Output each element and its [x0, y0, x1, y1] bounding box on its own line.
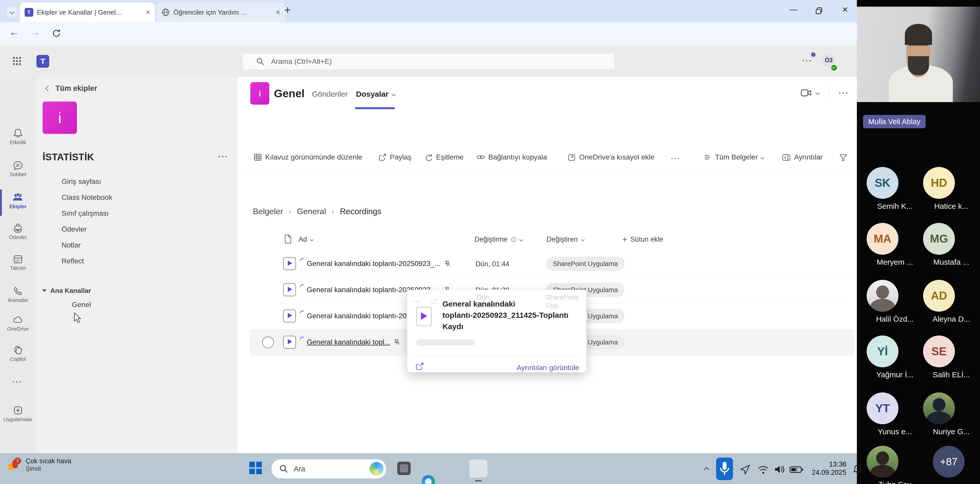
- column-header-modified-by[interactable]: Değiştiren: [547, 236, 584, 244]
- tab-posts[interactable]: Gönderiler: [312, 90, 348, 99]
- list-icon: [703, 153, 712, 162]
- back-to-teams[interactable]: Tüm ekipler: [46, 84, 97, 92]
- start-button[interactable]: [249, 462, 264, 476]
- share-icon: [431, 298, 437, 305]
- rail-item-calls[interactable]: Aramalar: [0, 285, 36, 303]
- modified-by-badge[interactable]: SharePoint Uygulama: [546, 256, 625, 271]
- tray-mic-button[interactable]: [716, 458, 733, 480]
- table-row-content[interactable]: General kanalındaki topl...: [283, 335, 400, 349]
- participant-name: Yunus e...: [867, 427, 923, 436]
- wifi-icon[interactable]: [757, 465, 770, 475]
- rail-item-apps[interactable]: Uygulamalar: [0, 405, 36, 422]
- tab-active[interactable]: T Ekipler ve Kanallar | Genel | Mic ×: [20, 3, 155, 22]
- search-highlight-icon[interactable]: [369, 462, 383, 476]
- participant-tile[interactable]: Halil Özd...: [867, 280, 918, 323]
- tab-search-chevron[interactable]: [6, 6, 18, 18]
- sidebar-item-class-notebook[interactable]: Class Notebook: [62, 193, 112, 202]
- location-icon[interactable]: [740, 464, 751, 475]
- breadcrumb-general[interactable]: General: [297, 207, 326, 216]
- add-column-button[interactable]: +Sütun ekle: [622, 234, 663, 244]
- column-header-modified[interactable]: Değiştirme: [474, 236, 522, 244]
- participant-tile[interactable]: MA Meryem ...: [867, 223, 918, 266]
- sidebar-channel-genel[interactable]: Genel: [72, 301, 91, 309]
- forward-icon[interactable]: →: [30, 27, 40, 38]
- toolbar-onedrive-shortcut[interactable]: OneDrive'a kısayol ekle: [567, 153, 654, 162]
- rail-item-onedrive[interactable]: OneDrive: [0, 314, 36, 332]
- new-tab-button[interactable]: +: [284, 3, 291, 16]
- breadcrumb-recordings[interactable]: Recordings: [340, 207, 381, 216]
- sidebar-item-classwork[interactable]: Sınıf çalışması: [62, 209, 109, 218]
- participant-tile[interactable]: AD Aleyna D...: [923, 280, 974, 323]
- sidebar-item-home[interactable]: Giriş sayfası: [62, 177, 101, 186]
- sidebar-item-grades[interactable]: Notlar: [62, 241, 81, 249]
- table-row[interactable]: General kanalındaki toplantı-20250923_..…: [283, 256, 451, 271]
- rail-item-activity[interactable]: Etkinlik: [0, 128, 36, 145]
- sidebar-item-assignments[interactable]: Ödevler: [62, 225, 87, 233]
- participant-tile[interactable]: SE Salih ELİ...: [923, 336, 974, 379]
- shared-mark-icon: [299, 310, 305, 314]
- hover-card-title: General kanalındaki toplantı-20250923_21…: [442, 298, 576, 332]
- participant-tile[interactable]: Tuba Say: [867, 446, 918, 484]
- browser-tabstrip: T Ekipler ve Kanallar | Genel | Mic × Öğ…: [0, 0, 857, 22]
- tray-expand-icon[interactable]: [704, 467, 709, 472]
- speaker-video[interactable]: [857, 7, 980, 102]
- meet-button[interactable]: [800, 88, 819, 98]
- channels-section[interactable]: Ana Kanallar: [42, 287, 91, 295]
- pin-off-icon[interactable]: [444, 260, 451, 267]
- tab-files[interactable]: Dosyalar: [356, 90, 395, 99]
- view-details-link[interactable]: Ayrıntıları görüntüle: [517, 364, 579, 372]
- dark-app-icon[interactable]: [397, 462, 410, 475]
- window-minimize-button[interactable]: —: [789, 5, 798, 14]
- participant-tile[interactable]: Nuriye G...: [923, 392, 974, 436]
- toolbar-more-icon[interactable]: ···: [671, 154, 681, 162]
- breadcrumb-documents[interactable]: Belgeler: [253, 207, 283, 216]
- battery-icon[interactable]: [789, 465, 804, 474]
- rail-item-copilot[interactable]: Copilot: [0, 344, 36, 362]
- notification-bell-icon[interactable]: z: [852, 463, 863, 476]
- share-icon[interactable]: [415, 361, 424, 371]
- row-checkbox[interactable]: [262, 336, 274, 348]
- toolbar-edit-grid[interactable]: Kılavuz görünümünde düzenle: [253, 153, 362, 162]
- reload-icon[interactable]: [51, 28, 62, 39]
- tab-close-icon[interactable]: ×: [146, 8, 150, 16]
- participant-overflow-tile[interactable]: +87: [923, 446, 974, 478]
- back-icon[interactable]: ←: [9, 27, 19, 38]
- participant-tile[interactable]: Yİ Yağmur İ...: [867, 336, 918, 379]
- column-header-name[interactable]: Ad: [299, 236, 313, 244]
- channel-more-icon[interactable]: ···: [839, 88, 849, 98]
- rail-item-teams[interactable]: Ekipler: [0, 192, 36, 210]
- taskbar-search[interactable]: Ara: [271, 459, 386, 479]
- topbar-more-icon[interactable]: ···: [802, 56, 812, 65]
- mic-icon: [716, 458, 733, 480]
- waffle-icon[interactable]: [13, 57, 22, 66]
- teams-search-input[interactable]: Arama (Ctrl+Alt+E): [243, 53, 615, 70]
- filter-funnel-icon[interactable]: [839, 153, 848, 162]
- participant-tile[interactable]: YT Yunus e...: [867, 392, 918, 436]
- rail-item-calendar[interactable]: Takvim: [0, 253, 36, 271]
- clock[interactable]: 13:36 24.09.2025: [808, 460, 846, 476]
- speaker-icon[interactable]: [773, 464, 786, 475]
- window-close-button[interactable]: ×: [842, 4, 848, 15]
- participant-tile[interactable]: HD Hatice k...: [923, 167, 974, 210]
- window-restore-button[interactable]: [815, 7, 823, 15]
- pin-off-icon[interactable]: [393, 339, 400, 346]
- team-more-icon[interactable]: ···: [218, 152, 229, 161]
- tab-close-icon[interactable]: ×: [275, 8, 280, 16]
- participant-tile[interactable]: MG Mustafa ...: [923, 223, 974, 266]
- rail-more-icon[interactable]: ···: [12, 377, 22, 386]
- toolbar-share[interactable]: Paylaş: [378, 153, 411, 162]
- toolbar-sync[interactable]: Eşitleme: [424, 153, 463, 162]
- tab-inactive[interactable]: Öğrenciler için Yardım Videoları ×: [157, 3, 285, 22]
- toolbar-copy-link[interactable]: Bağlantıyı kopyala: [477, 153, 547, 162]
- weather-widget[interactable]: 2 Çok sıcak hava Şimdi: [7, 457, 71, 472]
- participant-name: Hatice k...: [923, 202, 980, 210]
- edge-icon[interactable]: [422, 475, 435, 484]
- team-avatar[interactable]: i: [43, 102, 77, 134]
- info-icon: [511, 237, 517, 243]
- details-button[interactable]: Ayrıntılar: [782, 153, 823, 162]
- rail-item-chat[interactable]: Sohbet: [0, 160, 36, 177]
- sidebar-item-reflect[interactable]: Reflect: [62, 257, 84, 265]
- participant-tile[interactable]: SK Semih K...: [867, 167, 918, 210]
- view-selector[interactable]: Tüm Belgeler: [703, 153, 764, 162]
- rail-item-assignments[interactable]: Ödevler: [0, 223, 36, 240]
